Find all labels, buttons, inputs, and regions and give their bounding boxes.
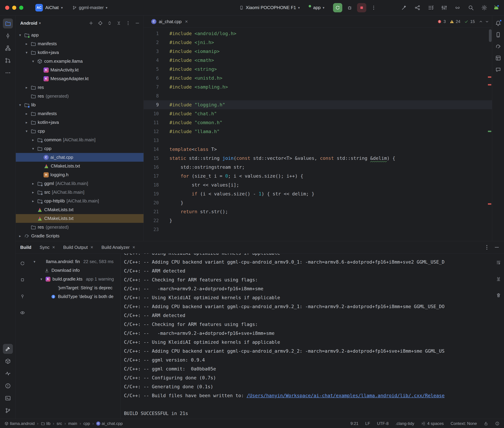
version-control-button[interactable] [3,406,13,415]
problems-button[interactable] [3,381,13,391]
branch-selector[interactable]: ggml-master ▾ [72,5,108,10]
line-number[interactable]: 1 [144,29,170,38]
tree-item-ai-chat-cpp[interactable]: Cai_chat.cpp [16,153,144,162]
line-number[interactable]: 4 [144,56,170,65]
tree-item-res[interactable]: ▸res [16,83,144,92]
commit-button[interactable] [3,31,13,41]
build-tab-sync[interactable]: Sync× [40,245,55,250]
run-button[interactable] [333,3,342,12]
code-line-13[interactable]: 13 [144,136,492,145]
code-line-15[interactable]: 15static std::string join(const std::vec… [144,154,492,163]
code-line-8[interactable]: 8 [144,91,492,100]
breadcrumb-main[interactable]: main [68,421,77,426]
search-everywhere-button[interactable] [467,4,475,12]
breadcrumb-ai-chat-cpp[interactable]: Cai_chat.cpp [96,421,123,426]
line-number[interactable]: 19 [144,189,170,198]
tree-item-cpp-httplib[interactable]: ▸cpp-httplib [AiChat.lib.main] [16,197,144,205]
code-line-6[interactable]: 6#include <unistd.h> [144,74,492,82]
structure-button[interactable] [3,43,13,53]
line-number[interactable]: 14 [144,145,170,154]
inspections-widget[interactable]: 3 24 15 [437,19,489,24]
user-avatar[interactable] [492,4,500,12]
device-selector[interactable]: Xiaomi POCOPHONE F1 ▾ [239,5,300,10]
zoom-window-button[interactable] [19,6,23,10]
line-number[interactable]: 16 [144,163,170,172]
code-line-2[interactable]: 2#include <jni.h> [144,38,492,47]
code-line-18[interactable]: 18 str << values[i]; [144,181,492,189]
line-number[interactable]: 20 [144,198,170,207]
minimize-window-button[interactable] [12,6,16,10]
tree-item-mainactivity-kt[interactable]: KMainActivity.kt [16,66,144,74]
chevron-down-icon[interactable]: ▾ [18,103,22,107]
build-tree-item[interactable]: BuildType 'debug' is both de [29,292,120,301]
tree-item-app[interactable]: ▾app [16,31,144,39]
chevron-down-icon[interactable]: ▾ [18,33,22,37]
chevron-right-icon[interactable]: ▸ [31,181,35,186]
code-line-9[interactable]: 9#include "logging.h" [144,100,492,109]
breadcrumb-src[interactable]: src [57,421,62,426]
tree-item-common[interactable]: ▸common [AiChat.lib.main] [16,135,144,144]
code-line-12[interactable]: 12#include "llama.h" [144,127,492,136]
chevron-down-icon[interactable]: ▾ [31,147,35,151]
preview-button[interactable] [17,308,27,318]
tree-item-gradle-scripts[interactable]: ▸Gradle Scripts [16,231,144,240]
soft-wrap-button[interactable] [494,257,504,267]
line-number[interactable]: 6 [144,74,170,82]
chevron-right-icon[interactable]: ▸ [24,112,29,116]
code-line-1[interactable]: 1#include <android/log.h> [144,29,492,38]
line-separator[interactable]: LF [365,421,370,426]
sync-button[interactable] [17,258,27,268]
line-number[interactable]: 7 [144,82,170,91]
stop-build-button[interactable] [17,275,27,285]
line-number[interactable]: 17 [144,172,170,181]
debug-button[interactable] [345,3,354,12]
close-tab-icon[interactable]: × [132,245,135,250]
packages-button[interactable] [3,356,13,366]
file-encoding[interactable]: UTF-8 [377,421,389,426]
caret-position[interactable]: 9:21 [350,421,359,426]
device-mirroring-button[interactable] [453,4,461,12]
line-number[interactable]: 13 [144,136,170,145]
code-line-21[interactable]: 21 return str.str(); [144,207,492,216]
code-line-7[interactable]: 7#include <sampling.h> [144,82,492,91]
tree-item-lib[interactable]: ▾lib [16,100,144,109]
chevron-right-icon[interactable]: ▸ [31,190,35,194]
line-number[interactable]: 21 [144,207,170,216]
editor-tab-ai_chat-cpp[interactable]: C ai_chat.cpp × [148,16,191,28]
line-number[interactable]: 22 [144,216,170,225]
assistant-button[interactable] [494,65,503,74]
settings-button[interactable] [480,4,488,12]
tree-item-cpp[interactable]: ▾cpp [16,144,144,153]
tree-item-cpp[interactable]: ▾cpp [16,127,144,135]
line-number[interactable]: 18 [144,181,170,189]
build-console[interactable]: C/C++: -- Using KleidiAI optimized kerne… [120,254,493,419]
editor-scrollbar[interactable] [489,29,492,42]
code-line-5[interactable]: 5#include <string> [144,65,492,74]
breadcrumb-cpp[interactable]: cpp [83,421,90,426]
build-tree-item[interactable]: 'jvmTarget: String' is deprec [29,283,120,292]
close-tab-icon[interactable]: × [185,19,188,24]
tree-item-manifests[interactable]: ▸manifests [16,39,144,48]
line-number[interactable]: 2 [144,38,170,47]
line-number[interactable]: 12 [144,127,170,136]
chevron-down-icon[interactable]: ▾ [24,129,29,133]
code-line-17[interactable]: 17 for (size_t i = 0; i < values.size();… [144,172,492,181]
tree-item-cmakelists-txt[interactable]: CMakeLists.txt [16,205,144,214]
tree-item-res[interactable]: res (generated) [16,223,144,231]
chevron-down-icon[interactable]: ▾ [39,277,43,281]
build-tree-item[interactable]: Download info [29,266,120,275]
code-line-20[interactable]: 20 } [144,198,492,207]
error-stripe-mark[interactable] [488,203,491,205]
inspections-status-widget[interactable] [495,421,500,426]
more-run-options-button[interactable] [369,3,378,12]
code-line-19[interactable]: 19 if (i < values.size() - 1) { str << d… [144,189,492,198]
build-tree-item[interactable]: ▾Kbuild.gradle.ktsapp 1 warning [29,275,120,283]
code-line-23[interactable]: 23 [144,225,492,234]
stripe-mark-green[interactable] [488,131,491,132]
new-button[interactable] [87,19,95,27]
collapse-all-button[interactable] [115,19,123,27]
more-tool-windows-button[interactable] [3,68,13,78]
hide-build-panel-button[interactable] [493,244,501,251]
resolve-context-widget[interactable]: Context: None [451,421,477,426]
chevron-down-icon[interactable]: ▾ [32,260,37,264]
